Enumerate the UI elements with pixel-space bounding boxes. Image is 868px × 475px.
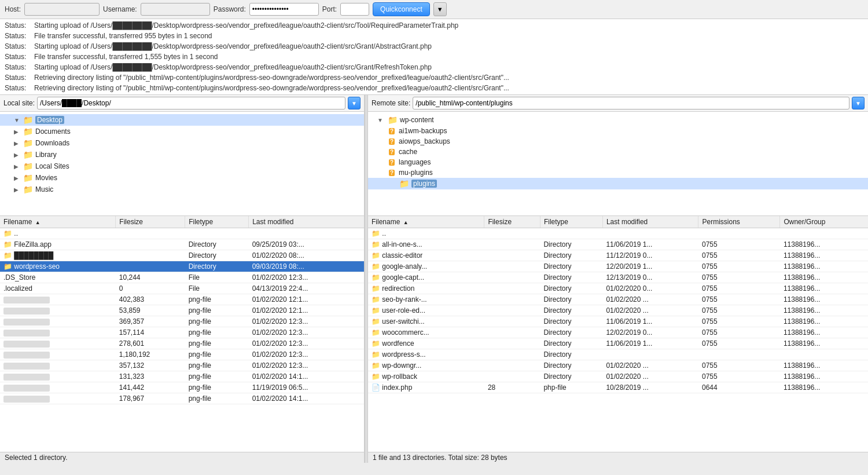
local-file-row[interactable]: 369,357 png-file 01/02/2020 12:3... — [0, 316, 364, 327]
username-input[interactable] — [141, 3, 210, 16]
folder-icon: 📁 — [23, 173, 33, 182]
remote-file-row[interactable]: 📁 wp-rollback Directory 01/02/2020 ... 0… — [368, 371, 868, 382]
file-owner: 11388196... — [780, 272, 868, 283]
status-line: Status:File transfer successful, transfe… — [5, 52, 863, 62]
local-file-row[interactable]: 178,967 png-file 01/02/2020 14:1... — [0, 393, 364, 404]
remote-file-row[interactable]: 📁 user-role-ed... Directory 01/02/2020 .… — [368, 305, 868, 316]
remote-file-row[interactable]: 📁 seo-by-rank-... Directory 01/02/2020 .… — [368, 294, 868, 305]
quickconnect-button[interactable]: Quickconnect — [373, 2, 430, 16]
file-name: 📁 wp-rollback — [368, 371, 484, 382]
remote-tree[interactable]: ▼📁wp-content?ai1wm-backups?aiowps_backup… — [368, 112, 868, 216]
remote-tree-item[interactable]: 📁plugins — [368, 178, 868, 189]
remote-col-filetype[interactable]: Filetype — [540, 216, 602, 228]
local-tree[interactable]: ▼📁Desktop▶📁Documents▶📁Downloads▶📁Library… — [0, 112, 364, 216]
local-file-row[interactable]: 402,383 png-file 01/02/2020 12:1... — [0, 294, 364, 305]
remote-tree-item[interactable]: ?aiowps_backups — [368, 136, 868, 147]
folder-icon: 📁 — [23, 150, 33, 159]
remote-file-row[interactable]: 📁 google-analy... Directory 12/20/2019 1… — [368, 261, 868, 272]
remote-file-row[interactable]: 📁 wordfence Directory 11/06/2019 1... 07… — [368, 338, 868, 349]
local-col-filename[interactable]: Filename ▲ — [0, 216, 116, 228]
remote-file-row[interactable]: 📁 .. — [368, 228, 868, 239]
local-col-modified[interactable]: Last modified — [249, 216, 364, 228]
file-type: png-file — [185, 360, 249, 371]
local-file-row[interactable]: 📁 ████████ Directory 01/02/2020 08:... — [0, 250, 364, 261]
remote-file-row[interactable]: 📁 redirection Directory 01/02/2020 0... … — [368, 283, 868, 294]
host-input[interactable] — [24, 3, 100, 16]
file-size — [484, 371, 540, 382]
file-owner: 11388196... — [780, 261, 868, 272]
local-file-row[interactable]: 1,180,192 png-file 01/02/2020 12:3... — [0, 349, 364, 360]
local-file-row[interactable]: 📁 .. — [0, 228, 364, 239]
local-file-row[interactable]: 📁 wordpress-seo Directory 09/03/2019 08:… — [0, 261, 364, 272]
local-file-row[interactable]: 141,442 png-file 11/19/2019 06:5... — [0, 382, 364, 393]
file-name — [0, 360, 116, 371]
remote-tree-item[interactable]: ?languages — [368, 157, 868, 167]
local-status-bar: Selected 1 directory. — [0, 452, 364, 463]
remote-col-permissions[interactable]: Permissions — [698, 216, 780, 228]
remote-tree-item[interactable]: ▼📁wp-content — [368, 114, 868, 126]
status-line: Status:Starting upload of /Users/███████… — [5, 20, 863, 31]
file-owner: 11388196... — [780, 382, 868, 393]
local-file-row[interactable]: .DS_Store 10,244 File 01/02/2020 12:3... — [0, 272, 364, 283]
local-file-row[interactable]: 157,114 png-file 01/02/2020 12:3... — [0, 327, 364, 338]
password-input[interactable] — [249, 3, 319, 16]
remote-path-input[interactable] — [413, 97, 849, 109]
file-type: png-file — [185, 294, 249, 305]
local-path-input[interactable] — [37, 97, 345, 109]
question-folder-icon: ? — [389, 170, 395, 176]
file-size — [484, 349, 540, 360]
tree-arrow: ▼ — [14, 117, 21, 123]
remote-file-row[interactable]: 📁 all-in-one-s... Directory 11/06/2019 1… — [368, 239, 868, 250]
remote-col-modified[interactable]: Last modified — [602, 216, 698, 228]
local-col-filetype[interactable]: Filetype — [185, 216, 249, 228]
remote-tree-item[interactable]: ?ai1wm-backups — [368, 126, 868, 136]
local-file-table: Filename ▲ Filesize Filetype Last modifi… — [0, 216, 364, 404]
remote-tree-item[interactable]: ?mu-plugins — [368, 167, 868, 178]
remote-col-filesize[interactable]: Filesize — [484, 216, 540, 228]
folder-icon: 📁 — [388, 115, 398, 125]
file-permissions: 0755 — [698, 371, 780, 382]
file-type: File — [185, 272, 249, 283]
file-size: 278,601 — [116, 338, 185, 349]
status-line: Status:Starting upload of /Users/███████… — [5, 41, 863, 52]
username-label: Username: — [103, 5, 137, 13]
file-name: 📁 wp-downgr... — [368, 360, 484, 371]
remote-file-row[interactable]: 📁 wordpress-s... Directory — [368, 349, 868, 360]
remote-file-row[interactable]: 📄 index.php 28 php-file 10/28/2019 ... 0… — [368, 382, 868, 393]
status-label: Status: — [5, 62, 31, 72]
local-tree-item[interactable]: ▼📁Desktop — [0, 114, 364, 126]
status-label: Status: — [5, 83, 31, 93]
file-type: Directory — [540, 283, 602, 294]
local-file-row[interactable]: 131,323 png-file 01/02/2020 14:1... — [0, 371, 364, 382]
remote-col-owner[interactable]: Owner/Group — [780, 216, 868, 228]
local-file-row[interactable]: .localized 0 File 04/13/2019 22:4... — [0, 283, 364, 294]
remote-file-row[interactable]: 📁 user-switchi... Directory 11/06/2019 1… — [368, 316, 868, 327]
remote-file-row[interactable]: 📁 woocommerc... Directory 12/02/2019 0..… — [368, 327, 868, 338]
local-tree-item[interactable]: ▶📁Movies — [0, 172, 364, 184]
file-name — [0, 294, 116, 305]
file-modified: 01/02/2020 12:3... — [249, 338, 364, 349]
local-file-row[interactable]: 357,132 png-file 01/02/2020 12:3... — [0, 360, 364, 371]
remote-file-row[interactable]: 📁 wp-downgr... Directory 01/02/2020 ... … — [368, 360, 868, 371]
remote-col-filename[interactable]: Filename ▲ — [368, 216, 484, 228]
local-tree-item[interactable]: ▶📁Music — [0, 184, 364, 195]
local-tree-item[interactable]: ▶📁Documents — [0, 126, 364, 137]
remote-tree-item[interactable]: ?cache — [368, 147, 868, 157]
local-file-row[interactable]: 278,601 png-file 01/02/2020 12:3... — [0, 338, 364, 349]
local-tree-item[interactable]: ▶📁Local Sites — [0, 160, 364, 172]
local-path-dropdown[interactable]: ▼ — [348, 97, 361, 109]
status-text: Retrieving directory listing of "/public… — [34, 83, 509, 93]
local-file-row[interactable]: 53,859 png-file 01/02/2020 12:1... — [0, 305, 364, 316]
file-name: 📁 FileZilla.app — [0, 239, 116, 250]
local-tree-item[interactable]: ▶📁Library — [0, 149, 364, 160]
local-tree-item[interactable]: ▶📁Downloads — [0, 137, 364, 149]
remote-path-dropdown[interactable]: ▼ — [852, 97, 865, 109]
remote-file-row[interactable]: 📁 google-capt... Directory 12/13/2019 0.… — [368, 272, 868, 283]
port-input[interactable] — [340, 3, 369, 16]
local-col-filesize[interactable]: Filesize — [116, 216, 185, 228]
remote-file-row[interactable]: 📁 classic-editor Directory 11/12/2019 0.… — [368, 250, 868, 261]
folder-icon: 📁 — [23, 162, 33, 171]
file-owner: 11388196... — [780, 316, 868, 327]
local-file-row[interactable]: 📁 FileZilla.app Directory 09/25/2019 03:… — [0, 239, 364, 250]
quickconnect-dropdown-button[interactable]: ▼ — [433, 2, 447, 16]
